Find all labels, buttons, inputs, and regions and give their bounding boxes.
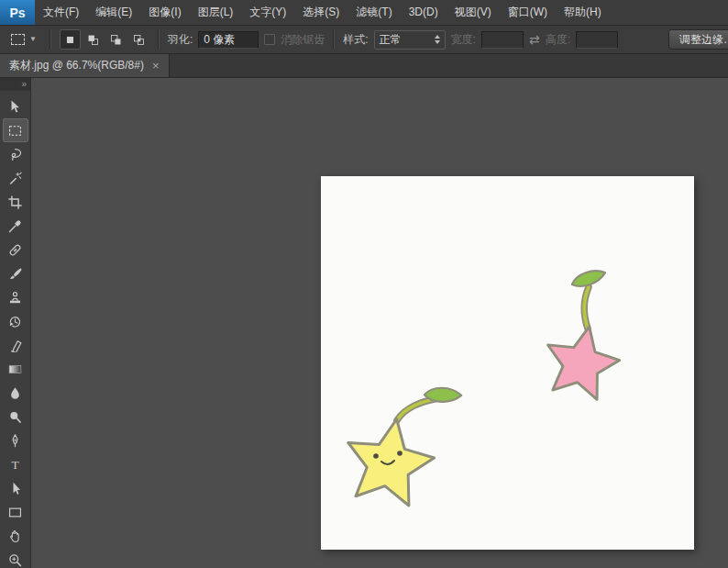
spot-healing-brush-tool-icon bbox=[6, 241, 24, 259]
zoom-tool-icon bbox=[6, 551, 24, 568]
dodge-tool[interactable] bbox=[3, 405, 28, 429]
spinner-arrows-icon bbox=[435, 35, 440, 44]
feather-label: 羽化: bbox=[168, 32, 193, 48]
zoom-tool[interactable] bbox=[3, 548, 28, 568]
yellow-star-sprout bbox=[339, 385, 462, 508]
height-label: 高度: bbox=[546, 32, 570, 48]
dodge-tool-icon bbox=[6, 408, 24, 426]
clone-stamp-tool[interactable] bbox=[3, 285, 28, 309]
canvas-area[interactable] bbox=[31, 78, 728, 568]
tab-close-icon[interactable]: × bbox=[152, 59, 160, 72]
eyedropper-tool-icon bbox=[6, 217, 24, 235]
document-tab-title: 素材.jpg @ 66.7%(RGB/8#) bbox=[9, 58, 144, 73]
crop-tool[interactable] bbox=[3, 190, 28, 214]
history-brush-tool[interactable] bbox=[3, 309, 28, 333]
main-menus: 文件(F)编辑(E)图像(I)图层(L)文字(Y)选择(S)滤镜(T)3D(D)… bbox=[35, 0, 610, 25]
svg-text:T: T bbox=[11, 458, 18, 472]
menu-select[interactable]: 选择(S) bbox=[294, 0, 347, 25]
separator bbox=[50, 29, 51, 50]
antialias-label: 消除锯齿 bbox=[281, 32, 325, 48]
feather-input[interactable] bbox=[198, 31, 259, 49]
tool-options-bar: ▼ 羽化: 消除锯齿 样式: 正常 宽度: ⇄ 高度: 调整边缘… bbox=[0, 26, 728, 54]
refine-edge-button[interactable]: 调整边缘… bbox=[668, 29, 728, 50]
document-tab[interactable]: 素材.jpg @ 66.7%(RGB/8#) × bbox=[0, 54, 170, 77]
path-selection-tool-icon bbox=[6, 480, 24, 497]
width-input[interactable] bbox=[481, 31, 524, 49]
move-tool[interactable] bbox=[3, 95, 28, 118]
path-selection-tool[interactable] bbox=[3, 476, 28, 500]
new-selection-icon bbox=[62, 32, 78, 48]
hand-tool[interactable] bbox=[3, 524, 28, 548]
lasso-tool-icon bbox=[6, 146, 24, 163]
star-eye bbox=[373, 453, 379, 459]
menu-file[interactable]: 文件(F) bbox=[35, 0, 87, 25]
spot-healing-brush-tool[interactable] bbox=[3, 238, 28, 262]
menu-view[interactable]: 视图(V) bbox=[447, 0, 500, 25]
panel-collapse-button[interactable]: » bbox=[0, 78, 30, 91]
canvas-artwork bbox=[321, 176, 694, 550]
add-to-selection-icon bbox=[85, 32, 101, 48]
menu-3d[interactable]: 3D(D) bbox=[401, 0, 447, 25]
intersect-selection-icon bbox=[131, 32, 147, 48]
gradient-tool[interactable] bbox=[3, 357, 28, 381]
tools-list: T bbox=[3, 91, 28, 568]
add-to-selection-button[interactable] bbox=[83, 29, 104, 50]
eyedropper-tool[interactable] bbox=[3, 214, 28, 238]
menu-type[interactable]: 文字(Y) bbox=[241, 0, 294, 25]
menu-filter[interactable]: 滤镜(T) bbox=[347, 0, 400, 25]
antialias-checkbox[interactable] bbox=[264, 34, 275, 45]
pen-tool-icon bbox=[6, 432, 24, 450]
pen-tool[interactable] bbox=[3, 429, 28, 452]
selection-mode-group bbox=[60, 29, 149, 50]
menu-window[interactable]: 窗口(W) bbox=[500, 0, 556, 25]
blur-tool-icon bbox=[6, 384, 24, 402]
new-selection-button[interactable] bbox=[60, 29, 81, 50]
tools-panel: » T bbox=[0, 78, 31, 568]
photoshop-logo: Ps bbox=[0, 0, 35, 25]
gradient-tool-icon bbox=[6, 361, 24, 378]
style-label: 样式: bbox=[343, 32, 368, 48]
style-dropdown[interactable]: 正常 bbox=[374, 30, 446, 50]
subtract-from-selection-icon bbox=[108, 32, 124, 48]
history-brush-tool-icon bbox=[6, 313, 24, 330]
menu-help[interactable]: 帮助(H) bbox=[556, 0, 610, 25]
document-tab-bar: 素材.jpg @ 66.7%(RGB/8#) × bbox=[0, 54, 728, 78]
horizontal-type-tool[interactable]: T bbox=[3, 452, 28, 476]
menu-layer[interactable]: 图层(L) bbox=[190, 0, 242, 25]
brush-tool-icon bbox=[6, 265, 24, 283]
crop-tool-icon bbox=[6, 194, 24, 211]
intersect-selection-button[interactable] bbox=[128, 29, 149, 50]
height-input[interactable] bbox=[576, 31, 618, 49]
menu-bar: Ps 文件(F)编辑(E)图像(I)图层(L)文字(Y)选择(S)滤镜(T)3D… bbox=[0, 0, 728, 26]
separator bbox=[333, 29, 335, 50]
lasso-tool[interactable] bbox=[3, 142, 28, 166]
magic-wand-tool-icon bbox=[6, 170, 24, 187]
menu-edit[interactable]: 编辑(E) bbox=[87, 0, 140, 25]
dropdown-caret-icon: ▼ bbox=[29, 36, 37, 43]
marquee-preset-icon bbox=[11, 34, 25, 45]
subtract-from-selection-button[interactable] bbox=[105, 29, 127, 50]
pink-star-sprout bbox=[539, 269, 625, 403]
rectangle-tool[interactable] bbox=[3, 500, 28, 524]
magic-wand-tool[interactable] bbox=[3, 166, 28, 190]
brush-tool[interactable] bbox=[3, 262, 28, 285]
blur-tool[interactable] bbox=[3, 381, 28, 405]
menu-image[interactable]: 图像(I) bbox=[140, 0, 189, 25]
eraser-tool-icon bbox=[6, 337, 24, 354]
workspace: » T bbox=[0, 78, 728, 568]
horizontal-type-tool-icon: T bbox=[6, 456, 24, 473]
clone-stamp-tool-icon bbox=[6, 289, 24, 306]
move-tool-icon bbox=[6, 98, 24, 116]
rectangle-tool-icon bbox=[6, 504, 24, 521]
rectangular-marquee-tool-icon bbox=[6, 122, 24, 139]
style-dropdown-value: 正常 bbox=[380, 32, 402, 48]
rectangular-marquee-tool[interactable] bbox=[3, 118, 28, 142]
separator bbox=[158, 29, 160, 50]
star-eye bbox=[397, 451, 403, 456]
hand-tool-icon bbox=[6, 528, 24, 545]
eraser-tool[interactable] bbox=[3, 333, 28, 357]
tool-preset-picker[interactable]: ▼ bbox=[6, 32, 41, 47]
swap-dimensions-icon[interactable]: ⇄ bbox=[529, 32, 540, 47]
width-label: 宽度: bbox=[451, 32, 476, 48]
document-canvas[interactable] bbox=[321, 176, 694, 550]
